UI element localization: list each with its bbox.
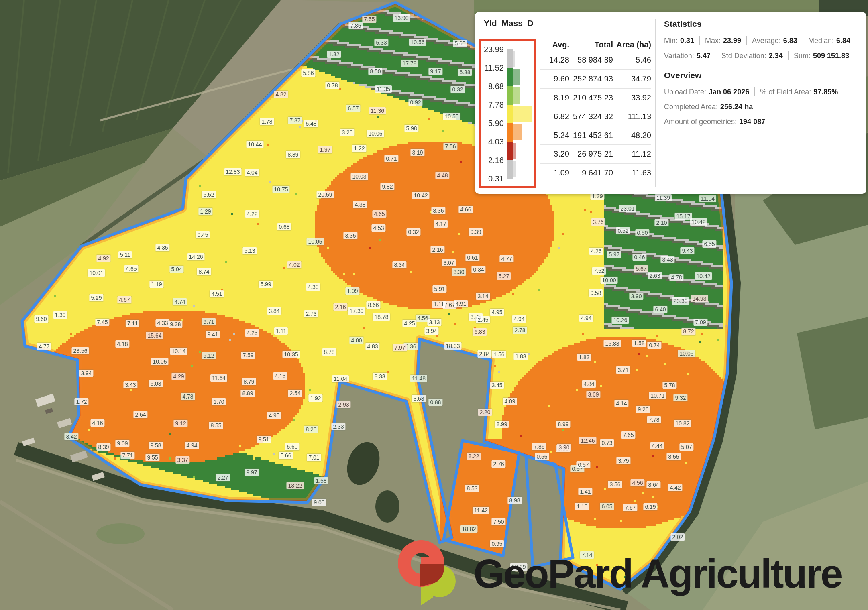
overview-row-1: Upload Date:Jan 06 2026 % of Field Area:… [664,87,858,96]
scale-tick: 11.52 [481,63,504,73]
overview-row-3: Amount of geometries:194 087 [664,118,858,126]
legend-table: Avg. Total Area (ha) 14.2858 984.895.46 … [540,39,651,182]
scale-tick: 23.99 [481,45,504,54]
overview-title: Overview [664,71,858,80]
scale-segment [507,86,520,105]
legend-table-header: Avg. Total Area (ha) [540,39,651,51]
col-header-area: Area (ha) [613,40,651,49]
scale-tick: 0.31 [481,174,504,183]
scale-tick: 7.78 [481,100,504,110]
legend-section: Yld_Mass_D 23.9911.528.687.785.904.032.1… [475,12,655,194]
scale-segment [507,160,516,179]
legend-row: 5.24191 452.6148.20 [540,126,651,144]
scale-tick: 5.90 [481,119,504,128]
legend-row: 6.82574 324.32111.13 [540,107,651,126]
legend-row: 8.19210 475.2333.92 [540,88,651,107]
scale-segment [507,105,532,123]
yield-map-screen: 7.5513.907.855.3310.565.651.325.860.784.… [0,0,868,610]
col-header-total: Total [569,40,613,49]
scale-tick: 4.03 [481,137,504,146]
info-panel: Yld_Mass_D 23.9911.528.687.785.904.032.1… [475,12,866,194]
scale-segment [507,142,516,160]
legend-title: Yld_Mass_D [484,18,534,28]
legend-scale-selector[interactable]: 23.9911.528.687.785.904.032.160.31 [479,39,536,188]
legend-row: 1.099 641.7011.63 [540,163,651,182]
scale-tick: 2.16 [481,156,504,165]
legend-row: 9.60252 874.9334.79 [540,69,651,88]
scale-segment [507,49,515,68]
scale-segment [507,68,520,86]
legend-row: 3.2026 975.2111.12 [540,144,651,163]
statistics-section: Statistics Min:0.31 Max:23.99 Average:6.… [655,12,866,194]
statistics-row-1: Min:0.31 Max:23.99 Average:6.83 Median:6… [664,36,858,45]
statistics-title: Statistics [664,19,858,29]
legend-row: 14.2858 984.895.46 [540,51,651,69]
overview-row-2: Completed Area:256.24 ha [664,103,858,111]
scale-tick: 8.68 [481,82,504,91]
statistics-row-2: Variation:5.47 Std Deviation:2.34 Sum:50… [664,51,858,60]
col-header-avg: Avg. [540,40,569,49]
scale-segment [507,123,522,142]
